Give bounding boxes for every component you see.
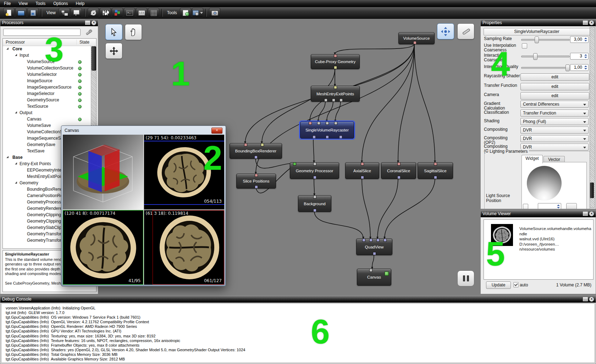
output-port-icon[interactable] bbox=[313, 209, 316, 212]
node-canvas-node[interactable]: Canvas bbox=[357, 269, 391, 286]
volume-viewer-title-bar[interactable]: Volume Viewer × bbox=[481, 210, 596, 217]
expand-arrow-icon[interactable] bbox=[15, 111, 17, 113]
output-port-icon[interactable] bbox=[340, 99, 343, 102]
input-port-icon[interactable] bbox=[293, 162, 296, 166]
slider-thumb[interactable] bbox=[533, 53, 537, 60]
tree-item-imagesequencesource[interactable]: ImageSequenceSource bbox=[3, 84, 96, 90]
output-port-icon[interactable] bbox=[332, 99, 335, 102]
update-button[interactable]: Update bbox=[486, 281, 511, 289]
output-port-icon[interactable] bbox=[255, 185, 258, 189]
tree-item-imageselector[interactable]: ImageSelector bbox=[3, 90, 96, 97]
light-spinbox[interactable] bbox=[538, 203, 561, 209]
filter-wrench-icon[interactable] bbox=[85, 29, 93, 35]
quad-coronal-view[interactable]: (120 41 8): 0.00717174 41/95 bbox=[63, 210, 143, 285]
node-volume-source[interactable]: VolumeSource bbox=[398, 32, 435, 44]
properties-sliders-button[interactable] bbox=[100, 8, 111, 18]
edit-button[interactable]: edit bbox=[520, 73, 589, 81]
tree-item-geometrysource[interactable]: GeometrySource bbox=[3, 97, 96, 103]
save-workspace-button[interactable] bbox=[27, 8, 39, 18]
window-close-button[interactable]: × bbox=[211, 128, 222, 134]
pan-tool-button[interactable] bbox=[125, 24, 142, 40]
edit-button[interactable]: edit bbox=[520, 83, 589, 90]
properties-scrollbar[interactable] bbox=[590, 27, 595, 208]
node-axial-slice[interactable]: AxialSlice bbox=[345, 162, 379, 179]
dropdown-compositing-op3[interactable]: DVR bbox=[520, 144, 589, 151]
input-port-icon[interactable] bbox=[362, 239, 365, 242]
widget-toggle-icon[interactable] bbox=[385, 271, 389, 276]
node-cube-proxy-geometry[interactable]: Cube-Proxy Geometry bbox=[311, 54, 360, 69]
value-spinbox[interactable]: 1,00 bbox=[570, 64, 589, 71]
animation-button[interactable] bbox=[180, 8, 191, 18]
float-panel-icon[interactable] bbox=[583, 297, 588, 301]
slider-track[interactable] bbox=[521, 67, 570, 69]
node-slice-positions[interactable]: Slice Positions bbox=[236, 174, 276, 189]
close-panel-icon[interactable]: × bbox=[589, 212, 594, 216]
dropdown-caret-icon[interactable] bbox=[200, 12, 203, 14]
select-tool-button[interactable] bbox=[105, 24, 122, 40]
node-bounding-box-renderer[interactable]: BoundingBoxRenderer bbox=[230, 143, 282, 159]
float-panel-icon[interactable] bbox=[85, 21, 90, 25]
console-button[interactable] bbox=[124, 8, 135, 18]
tree-item-imagesource[interactable]: ImageSource bbox=[3, 78, 96, 84]
dropdown-compositing[interactable]: DVR bbox=[520, 127, 589, 134]
tree-item-output[interactable]: Output bbox=[3, 110, 96, 116]
output-port-icon[interactable] bbox=[339, 135, 342, 139]
spin-arrows-icon[interactable] bbox=[584, 65, 587, 70]
grid-button[interactable] bbox=[148, 8, 159, 18]
node-mesh-entry-exit-points[interactable]: MeshEntryExitPoints bbox=[311, 86, 360, 102]
spin-arrows-icon[interactable] bbox=[584, 37, 587, 42]
output-port-icon[interactable] bbox=[313, 176, 316, 179]
output-port-icon[interactable] bbox=[413, 41, 416, 44]
input-port-icon[interactable] bbox=[255, 174, 258, 177]
output-port-icon[interactable] bbox=[361, 176, 364, 179]
node-single-volume-raycaster[interactable]: SingleVolumeRaycaster bbox=[300, 122, 354, 139]
processors-title-bar[interactable]: Processors × bbox=[0, 19, 98, 26]
properties-title-bar[interactable]: Properties × bbox=[481, 19, 596, 26]
input-port-icon[interactable] bbox=[334, 122, 337, 125]
output-port-icon[interactable] bbox=[326, 135, 329, 139]
expand-arrow-icon[interactable] bbox=[15, 54, 17, 56]
quad-view-canvas[interactable]: (29 71 54): 0.00233463 054/113 (120 41 8… bbox=[63, 135, 224, 285]
expand-arrow-icon[interactable] bbox=[15, 162, 17, 164]
menu-help[interactable]: Help bbox=[72, 0, 89, 7]
close-panel-icon[interactable]: × bbox=[589, 21, 594, 25]
slider-thumb[interactable] bbox=[565, 65, 570, 71]
input-mapping-button[interactable] bbox=[136, 8, 147, 18]
input-port-icon[interactable] bbox=[326, 122, 329, 125]
node-coronal-slice[interactable]: CoronalSlice bbox=[381, 162, 416, 179]
expand-arrow-icon[interactable] bbox=[6, 47, 9, 50]
node-sagittal-slice[interactable]: SagittalSlice bbox=[418, 162, 453, 179]
menu-file[interactable]: File bbox=[0, 0, 15, 7]
volume-cubes-button[interactable] bbox=[112, 8, 123, 18]
new-document-button[interactable] bbox=[3, 8, 15, 18]
input-port-icon[interactable] bbox=[317, 122, 320, 125]
checkbox[interactable] bbox=[522, 43, 527, 49]
dropdown-shading[interactable]: Phong (Full) bbox=[520, 118, 589, 125]
input-port-icon[interactable] bbox=[376, 239, 380, 242]
output-port-icon[interactable] bbox=[373, 252, 376, 255]
node-background[interactable]: Background bbox=[298, 195, 331, 212]
node-geometry-processor[interactable]: Geometry Processor bbox=[290, 162, 339, 179]
output-port-icon[interactable] bbox=[313, 135, 316, 139]
follow-camera-checkbox[interactable] bbox=[523, 204, 528, 209]
float-panel-icon[interactable] bbox=[583, 21, 588, 25]
light-sphere-widget[interactable] bbox=[527, 166, 562, 201]
slider-track[interactable] bbox=[521, 56, 570, 57]
settings-gear-button[interactable] bbox=[88, 8, 99, 18]
slider-track[interactable] bbox=[521, 39, 570, 41]
dropdown-classification[interactable]: Transfer Function bbox=[520, 110, 589, 117]
quad-3d-view[interactable] bbox=[63, 135, 143, 209]
expand-arrow-icon[interactable] bbox=[15, 181, 17, 184]
input-port-icon[interactable] bbox=[313, 195, 316, 198]
open-workspace-button[interactable] bbox=[15, 8, 27, 18]
tree-item-textsource[interactable]: TextSource bbox=[3, 103, 96, 110]
close-panel-icon[interactable]: × bbox=[92, 21, 96, 25]
processor-search-input[interactable] bbox=[3, 29, 81, 36]
scrollbar-thumb[interactable] bbox=[590, 183, 594, 198]
volume-item[interactable]: VolumeSource.volumehandle.volumehandle w… bbox=[519, 226, 592, 252]
canvas-view-button[interactable] bbox=[71, 8, 82, 18]
edit-button[interactable]: edit bbox=[520, 92, 589, 100]
spin-arrows-icon[interactable] bbox=[584, 54, 587, 58]
input-port-icon[interactable] bbox=[334, 54, 337, 57]
canvas-window-title-bar[interactable]: Canvas × bbox=[62, 127, 225, 134]
